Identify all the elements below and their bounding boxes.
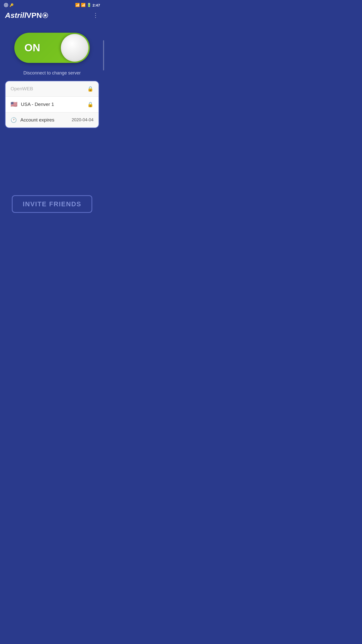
toggle-state-label: ON xyxy=(24,42,40,54)
toggle-knob xyxy=(61,34,88,62)
expiry-label: Account expires xyxy=(20,117,72,123)
svg-marker-1 xyxy=(43,14,47,17)
logo-star-icon xyxy=(42,13,48,18)
expiry-value: 2020-04-04 xyxy=(72,117,94,123)
vpn-toggle[interactable]: ON xyxy=(14,33,90,63)
logo-text: AstrillVPN xyxy=(5,11,42,20)
app-header: AstrillVPN ⋮ xyxy=(0,9,104,23)
disconnect-hint: Disconnect to change server xyxy=(23,70,81,76)
battery-icon: 🔋 xyxy=(87,3,92,7)
info-card: OpenWEB 🔒 🇺🇸 USA - Denver 1 🔒 🕐 Account … xyxy=(5,81,99,128)
protocol-lock-icon: 🔒 xyxy=(87,86,94,92)
time-display: 2:47 xyxy=(93,3,100,7)
invite-friends-button[interactable]: INVITE FRIENDS xyxy=(12,195,92,213)
status-bar: 🔑 📶 📶 🔋 2:47 xyxy=(0,0,104,9)
server-lock-icon: 🔒 xyxy=(87,101,94,107)
scrollbar[interactable] xyxy=(103,40,104,70)
server-flag-icon: 🇺🇸 xyxy=(11,101,17,108)
server-label: USA - Denver 1 xyxy=(21,102,85,107)
expiry-row: 🕐 Account expires 2020-04-04 xyxy=(6,112,99,128)
protocol-label: OpenWEB xyxy=(11,86,85,92)
protocol-row[interactable]: OpenWEB 🔒 xyxy=(6,81,99,97)
status-left-icons: 🔑 xyxy=(4,3,14,7)
wifi-icon: 📶 xyxy=(75,3,80,7)
status-right-icons: 📶 📶 🔋 2:47 xyxy=(75,3,100,7)
app-logo: AstrillVPN xyxy=(5,11,48,20)
circle-status-icon xyxy=(4,3,8,7)
key-icon: 🔑 xyxy=(10,3,14,7)
server-row[interactable]: 🇺🇸 USA - Denver 1 🔒 xyxy=(6,97,99,112)
clock-icon: 🕐 xyxy=(11,117,17,123)
menu-button[interactable]: ⋮ xyxy=(93,12,99,19)
main-content: ON Disconnect to change server OpenWEB 🔒… xyxy=(0,23,104,133)
signal-icon: 📶 xyxy=(81,3,86,7)
